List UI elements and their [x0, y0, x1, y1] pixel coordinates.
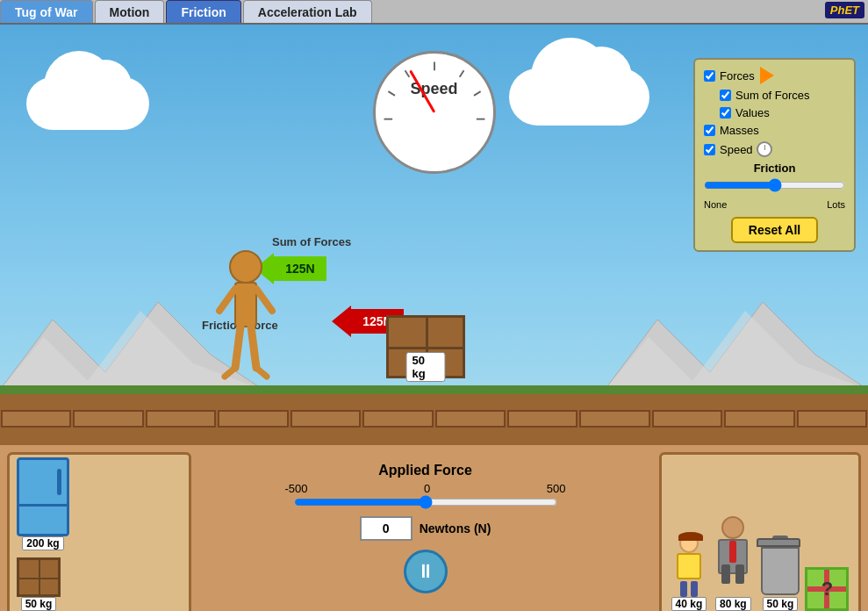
speedometer: Speed [373, 51, 496, 174]
man-leg [735, 564, 744, 584]
force-zero-label: 0 [424, 482, 430, 495]
fridge-mass-label: 200 kg [22, 536, 63, 550]
brick [507, 410, 577, 428]
force-max-label: 500 [547, 482, 566, 495]
mountains-right [605, 284, 868, 390]
girl-leg [691, 581, 698, 597]
man-mass-label: 80 kg [715, 597, 751, 611]
brick [724, 410, 794, 428]
masses-label: Masses [720, 124, 759, 137]
brick [362, 410, 433, 428]
man-legs [711, 564, 755, 584]
sum-of-forces-value: 125N [274, 256, 326, 281]
fridge-icon [17, 457, 69, 536]
play-pause-button[interactable]: ⏸ [404, 550, 448, 593]
ground-grass [0, 385, 868, 394]
girl-hair [678, 532, 703, 541]
trash-lid [757, 538, 800, 547]
phet-logo: PhET [825, 2, 864, 18]
girl-legs [671, 581, 707, 597]
brick [73, 410, 143, 428]
girl-item[interactable]: 40 kg [671, 534, 707, 611]
man-leg [721, 564, 730, 584]
bottom-panel: 200 kg 50 kg Applied Force -500 0 500 0 … [0, 442, 868, 611]
force-unit-label: Newtons (N) [420, 521, 491, 536]
clock-icon [757, 141, 772, 157]
tab-friction[interactable]: Friction [166, 0, 240, 23]
reset-all-button[interactable]: Reset All [731, 217, 818, 243]
gift-question-mark: ? [821, 578, 833, 600]
values-checkbox[interactable] [720, 107, 731, 119]
brick [291, 410, 361, 428]
svg-line-16 [251, 327, 256, 368]
tab-acceleration-lab[interactable]: Acceleration Lab [243, 0, 372, 23]
force-control: Applied Force -500 0 500 0 Newtons (N) ⏸ [198, 445, 652, 611]
svg-line-18 [256, 368, 267, 377]
svg-line-5 [405, 70, 409, 77]
stick-figure [211, 249, 281, 385]
girl-head [679, 534, 699, 553]
speed-checkbox[interactable] [704, 144, 715, 155]
fridge-item[interactable]: 200 kg [17, 457, 69, 550]
small-crate-item[interactable]: 50 kg [17, 557, 61, 611]
girl-body [677, 553, 701, 579]
cloud-left [26, 77, 149, 130]
force-slider-row [205, 495, 645, 509]
brick [435, 410, 506, 428]
forces-label: Forces [720, 69, 755, 83]
friction-min-label: None [704, 199, 727, 210]
svg-line-14 [256, 289, 272, 311]
girl-leg [680, 581, 687, 597]
girl-mass-label: 40 kg [671, 597, 707, 611]
girl-figure [671, 534, 707, 595]
crate: 50 kg [386, 315, 465, 385]
gift-item[interactable]: ? [805, 567, 849, 611]
brick [218, 410, 288, 428]
sum-of-forces-label: Sum of Forces [735, 89, 810, 102]
trash-mass-label: 50 kg [763, 597, 799, 611]
trash-can-body [761, 547, 800, 595]
small-crate-icon [17, 557, 61, 597]
svg-line-17 [225, 368, 235, 377]
gift-box-figure: ? [805, 567, 849, 611]
trash-can-figure [759, 543, 800, 595]
man-tie [729, 541, 736, 563]
brick [579, 410, 649, 428]
sum-of-forces-checkbox[interactable] [720, 90, 731, 101]
masses-checkbox[interactable] [704, 125, 715, 136]
character-selector: 40 kg 80 kg 50 kg [659, 452, 861, 611]
values-label: Values [735, 106, 770, 119]
svg-line-13 [219, 289, 235, 311]
svg-line-9 [473, 91, 480, 96]
forces-arrow-icon [760, 67, 774, 84]
svg-line-8 [459, 70, 463, 77]
small-crate-mass-label: 50 kg [21, 597, 57, 611]
force-value-display: 0 [360, 516, 412, 541]
brick [797, 410, 867, 428]
object-selector: 200 kg 50 kg [7, 452, 191, 611]
friction-slider[interactable] [704, 178, 845, 192]
speed-panel-label: Speed [720, 143, 753, 156]
tab-motion[interactable]: Motion [95, 0, 165, 23]
forces-checkbox[interactable] [704, 70, 715, 82]
fridge-handle-icon [57, 469, 61, 495]
brick [1, 410, 71, 428]
force-value-row: 0 Newtons (N) [360, 516, 491, 541]
friction-max-label: Lots [827, 199, 845, 210]
sum-of-forces-scene-label: Sum of Forces [272, 235, 351, 248]
brick [146, 410, 216, 428]
ground [0, 385, 868, 442]
man-head [721, 516, 744, 539]
tab-tug-of-war[interactable]: Tug of War [0, 0, 93, 23]
crate-mass-label: 50 kg [406, 352, 446, 382]
force-slider[interactable] [294, 495, 557, 509]
cloud-right [509, 68, 649, 126]
trash-item[interactable]: 50 kg [759, 543, 800, 611]
force-min-label: -500 [285, 482, 308, 495]
friction-section-label: Friction [704, 162, 845, 175]
main-scene: Speed Forces [0, 25, 868, 442]
force-range-labels: -500 0 500 [276, 482, 575, 495]
man-item[interactable]: 80 kg [711, 516, 755, 611]
red-arrow-head-icon [332, 306, 351, 337]
svg-marker-3 [605, 311, 868, 390]
